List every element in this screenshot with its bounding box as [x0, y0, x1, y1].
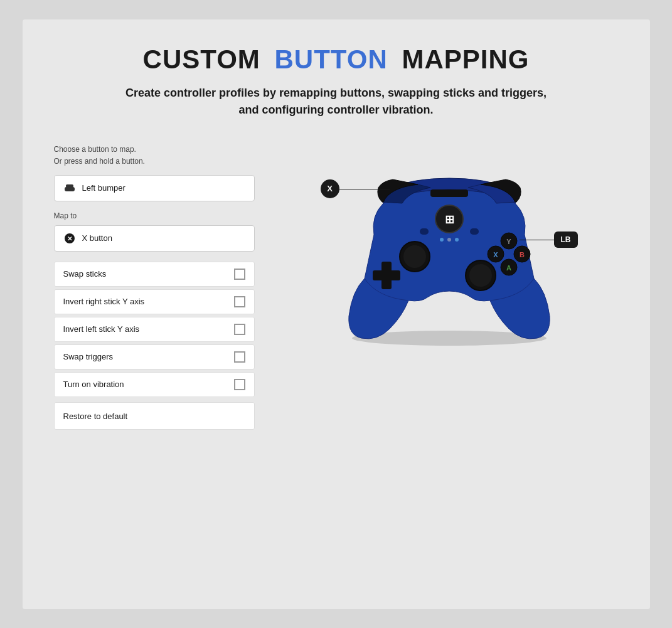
svg-rect-0	[65, 187, 75, 191]
checkbox-invert-right-stick-y[interactable]: Invert right stick Y axis	[54, 289, 255, 314]
checkbox-invert-left-stick-y[interactable]: Invert left stick Y axis	[54, 317, 255, 342]
checkbox-swap-triggers[interactable]: Swap triggers	[54, 344, 255, 370]
badge-x: X	[321, 179, 339, 198]
selected-button-label: Left bumper	[82, 183, 125, 193]
button-selector[interactable]: Left bumper	[54, 175, 255, 201]
bumper-icon	[63, 182, 76, 194]
badge-lb: LB	[554, 232, 578, 248]
connector-line-x	[339, 189, 390, 190]
svg-point-25	[447, 238, 451, 242]
svg-text:⊞: ⊞	[444, 213, 454, 226]
checkbox-swap-sticks[interactable]: Swap sticks	[54, 262, 255, 287]
map-to-selector[interactable]: ✕ X button	[54, 225, 255, 252]
page-title: CUSTOM BUTTON MAPPING	[143, 45, 530, 75]
connector-line-lb	[520, 240, 554, 241]
mapped-to-label: X button	[82, 233, 112, 243]
checkbox-vibration[interactable]: Turn on vibration	[54, 372, 255, 397]
svg-point-11	[403, 245, 426, 268]
x-button-icon: ✕	[63, 232, 76, 245]
checkboxes-section: Swap sticks Invert right stick Y axis In…	[54, 262, 255, 430]
svg-rect-5	[430, 189, 468, 197]
main-content: Choose a button to map. Or press and hol…	[54, 144, 619, 430]
svg-text:X: X	[493, 251, 498, 258]
svg-rect-8	[420, 228, 429, 235]
checkbox-invert-left-stick-y-box[interactable]	[234, 324, 245, 335]
checkbox-vibration-box[interactable]	[234, 379, 245, 390]
svg-text:✕: ✕	[67, 235, 72, 242]
checkbox-swap-triggers-box[interactable]	[234, 351, 245, 363]
svg-text:Y: Y	[506, 238, 511, 245]
checkbox-swap-sticks-box[interactable]	[234, 269, 245, 280]
svg-text:B: B	[520, 251, 525, 258]
svg-point-24	[440, 238, 444, 242]
controller-image: ⊞	[327, 153, 572, 348]
svg-point-15	[469, 264, 492, 287]
svg-rect-9	[470, 228, 479, 235]
svg-rect-1	[66, 184, 73, 188]
svg-point-26	[455, 238, 459, 242]
controller-wrapper: ⊞	[308, 153, 578, 354]
map-to-label: Map to	[54, 211, 255, 220]
right-panel: ⊞	[267, 144, 619, 363]
svg-rect-13	[381, 262, 392, 289]
restore-default-button[interactable]: Restore to default	[54, 402, 255, 430]
svg-text:A: A	[506, 264, 511, 272]
instruction-text: Choose a button to map. Or press and hol…	[54, 144, 255, 168]
page-subtitle: Create controller profiles by remapping …	[117, 85, 556, 119]
checkbox-invert-right-stick-y-box[interactable]	[234, 296, 245, 307]
page-container: CUSTOM BUTTON MAPPING Create controller …	[23, 19, 650, 609]
left-panel: Choose a button to map. Or press and hol…	[54, 144, 255, 430]
